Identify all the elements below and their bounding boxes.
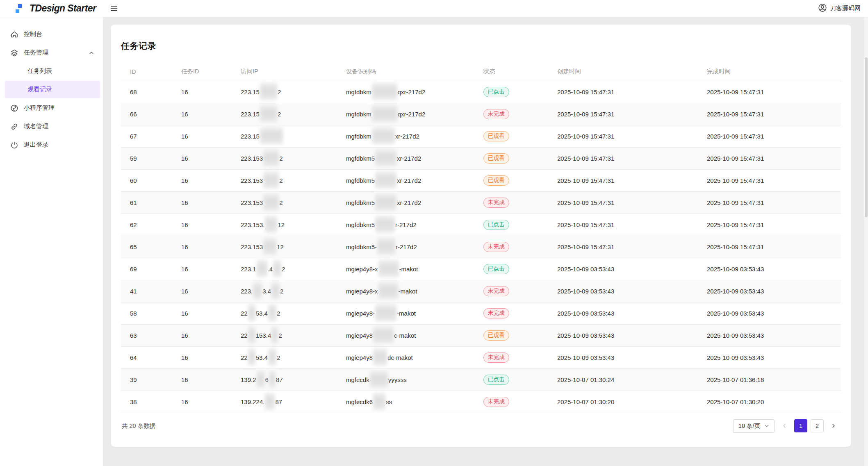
cell-text: c-makot xyxy=(394,332,416,339)
censored-blur xyxy=(264,244,276,250)
censored-blur xyxy=(374,333,393,338)
cell-ip: 22153.42 xyxy=(232,324,337,346)
collapse-menu-icon[interactable] xyxy=(109,4,119,12)
column-header: 创建时间 xyxy=(548,63,698,81)
sidebar-item-label: 任务列表 xyxy=(27,67,52,75)
table-row: 6016223.1532mgfdbkm5xr-217d2已观看2025-10-0… xyxy=(121,169,841,191)
cell-text: 153.4 xyxy=(256,332,271,339)
cell-created-time: 2025-10-09 15:47:31 xyxy=(548,147,698,169)
cell-device-code: mgiep4y8-x-makot xyxy=(337,258,474,280)
home-icon xyxy=(10,30,18,39)
sidebar-item-task-management[interactable]: 任务管理 xyxy=(5,44,100,61)
scrollbar-thumb[interactable] xyxy=(865,57,868,217)
cell-finished-time: 2025-10-09 03:53:43 xyxy=(698,324,841,346)
table-row: 6816223.152mgfdbkmqxr-217d2已点击2025-10-09… xyxy=(121,81,841,103)
cell-text: mgiep4y8-x xyxy=(346,266,378,273)
sidebar-item-task-list[interactable]: 任务列表 xyxy=(5,62,100,80)
cell-text: 2 xyxy=(278,111,281,118)
censored-blur xyxy=(261,134,282,139)
table-header: ID任务ID访问IP设备识别码状态创建时间完成时间 xyxy=(121,63,841,81)
vertical-scrollbar[interactable] xyxy=(864,0,868,466)
cell-created-time: 2025-10-09 03:53:43 xyxy=(548,324,698,346)
cell-status: 已点击 xyxy=(474,81,548,103)
sidebar-nav: 控制台 任务管理 任务列表 观看记录 xyxy=(0,17,103,466)
censored-blur xyxy=(374,399,385,405)
cell-text: 22 xyxy=(241,332,248,339)
column-header: ID xyxy=(121,63,172,81)
page-button-2[interactable]: 2 xyxy=(811,419,824,432)
column-header: 状态 xyxy=(474,63,548,81)
sidebar-item-logout[interactable]: 退出登录 xyxy=(5,136,100,154)
censored-blur xyxy=(379,289,397,294)
status-badge: 已点击 xyxy=(483,375,509,385)
cell-created-time: 2025-10-09 15:47:31 xyxy=(548,81,698,103)
cell-created-time: 2025-10-09 03:53:43 xyxy=(548,346,698,368)
cell-text: 2 xyxy=(282,266,285,273)
app-window: TDesign Starter 刀客源码网 控制台 xyxy=(0,0,868,466)
censored-blur xyxy=(261,111,276,117)
cell-task-id: 16 xyxy=(172,147,232,169)
cell-finished-time: 2025-10-09 15:47:31 xyxy=(698,236,841,258)
table-row: 6716223.15mgfdbkmxr-217d2已观看2025-10-09 1… xyxy=(121,125,841,147)
cell-id: 66 xyxy=(121,103,172,125)
cell-created-time: 2025-10-09 03:53:43 xyxy=(548,280,698,302)
cell-task-id: 16 xyxy=(172,214,232,236)
page-size-select[interactable]: 10 条/页 xyxy=(733,419,775,433)
cell-task-id: 16 xyxy=(172,302,232,324)
cell-ip: 223.152 xyxy=(232,103,337,125)
cell-task-id: 16 xyxy=(172,368,232,391)
cell-text: 223. xyxy=(241,288,253,295)
sidebar-item-watch-records[interactable]: 观看记录 xyxy=(5,81,100,98)
status-badge: 已点击 xyxy=(483,264,509,274)
cell-ip: 139.224.87 xyxy=(232,391,337,413)
table-row: 58162253.42mgiep4y8--makot未完成2025-10-09 … xyxy=(121,302,841,324)
censored-blur xyxy=(249,333,255,338)
page-button-1[interactable]: 1 xyxy=(794,419,807,432)
next-page-button[interactable] xyxy=(827,419,840,432)
cell-text: 87 xyxy=(275,398,282,405)
records-card: 任务记录 ID任务ID访问IP设备识别码状态创建时间完成时间 6816223.1… xyxy=(111,25,851,447)
sidebar-item-label: 域名管理 xyxy=(24,123,48,130)
cell-id: 39 xyxy=(121,368,172,391)
cell-text: mgiep4y8 xyxy=(346,354,373,361)
censored-blur xyxy=(264,178,278,183)
cell-text: 2 xyxy=(279,199,282,206)
censored-blur xyxy=(373,89,396,95)
sidebar-item-miniprogram[interactable]: 小程序管理 xyxy=(5,99,100,117)
cell-text: 223.1 xyxy=(241,266,256,273)
cell-task-id: 16 xyxy=(172,103,232,125)
cell-ip: 223.153.12 xyxy=(232,214,337,236)
cell-text: 87 xyxy=(276,376,283,383)
sidebar-item-domain[interactable]: 域名管理 xyxy=(5,118,100,135)
cell-status: 未完成 xyxy=(474,391,548,413)
link-icon xyxy=(10,123,18,131)
cell-text: 223.153. xyxy=(241,221,264,228)
power-icon xyxy=(10,141,18,149)
cell-text: .4 xyxy=(268,266,273,273)
cell-text: 2 xyxy=(280,288,283,295)
cell-text: 12 xyxy=(277,243,284,250)
cell-created-time: 2025-10-09 15:47:31 xyxy=(548,125,698,147)
cell-device-code: mgiep4y8--makot xyxy=(337,302,474,324)
prev-page-button[interactable] xyxy=(778,419,791,432)
censored-blur xyxy=(376,311,396,316)
cell-text: 6 xyxy=(265,376,269,383)
user-menu[interactable]: 刀客源码网 xyxy=(818,3,868,14)
cell-device-code: mgfecdk6ss xyxy=(337,391,474,413)
cell-text: 139.2 xyxy=(241,376,256,383)
cell-text: 53.4 xyxy=(256,310,268,317)
sidebar-item-label: 任务管理 xyxy=(24,49,48,57)
sidebar-item-dashboard[interactable]: 控制台 xyxy=(5,25,100,43)
cell-text: ss xyxy=(386,398,392,405)
cell-id: 68 xyxy=(121,81,172,103)
cell-text: xr-217d2 xyxy=(397,177,421,184)
status-badge: 已观看 xyxy=(483,153,509,164)
censored-blur xyxy=(249,311,255,316)
chevron-up-icon xyxy=(89,50,94,56)
cell-id: 58 xyxy=(121,302,172,324)
cell-device-code: mgfdbkm5-r-217d2 xyxy=(337,236,474,258)
cell-device-code: mgfdbkmxr-217d2 xyxy=(337,125,474,147)
cell-id: 60 xyxy=(121,169,172,191)
cell-finished-time: 2025-10-09 15:47:31 xyxy=(698,214,841,236)
cell-finished-time: 2025-10-09 15:47:31 xyxy=(698,169,841,191)
